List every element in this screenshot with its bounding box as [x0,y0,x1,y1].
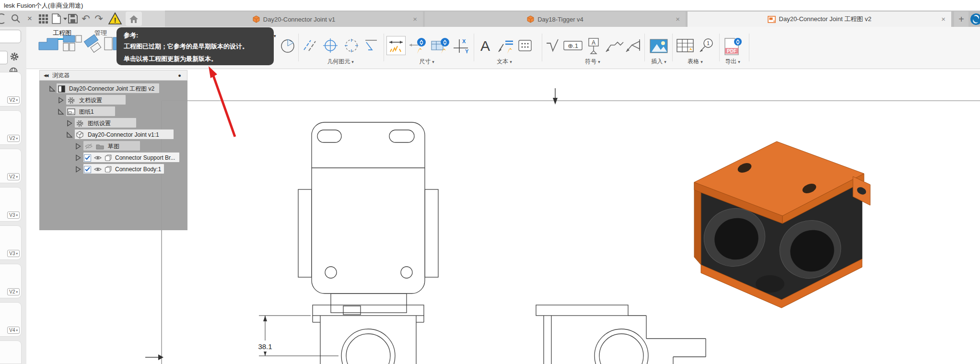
save-icon[interactable] [66,12,80,25]
flyout-caret-icon[interactable]: ▾ [274,34,276,38]
data-panel-search[interactable] [0,30,21,43]
group-label-text[interactable]: 文本▾ [497,58,512,66]
eye-icon[interactable] [94,155,102,161]
dimension-38-1[interactable]: 38.1 [254,316,338,356]
tree-row-body-support[interactable]: Connector Support Br... [75,153,175,163]
document-card[interactable]: V3▾ [0,225,22,260]
document-tab-1[interactable]: Day20-Connector Joint v1 × [165,12,423,27]
feature-control-frame-icon[interactable]: ⊕.1 [563,37,583,54]
collapse-icon[interactable]: ◀◀ [44,73,47,78]
group-label-tables[interactable]: 表格▾ [688,58,703,66]
tree-row-sketches[interactable]: 草图 [75,141,119,152]
projected-view-icon[interactable] [62,34,82,54]
tree-row-sheet1[interactable]: 图纸1 [58,106,94,117]
document-card[interactable]: V2▾ [0,72,22,106]
tree-row-drawing-doc[interactable]: Day20-Connector Joint 工程图 v2 [49,83,154,94]
center-mark-icon[interactable] [322,37,338,54]
iso-view[interactable] [694,141,870,308]
centerline-icon[interactable] [302,37,317,53]
base-view-icon[interactable] [37,34,59,54]
expander-closed-icon[interactable] [66,120,73,127]
panel-toggle-icon[interactable]: ● [178,72,181,78]
version-badge[interactable]: V4▾ [7,327,20,334]
document-card[interactable]: V3▾ [0,187,22,222]
document-card[interactable] [0,341,22,364]
tab-close-icon[interactable]: × [413,15,417,23]
version-badge[interactable]: V3▾ [7,250,20,257]
surface-finish-icon[interactable] [545,37,560,54]
dimension-tool-icon[interactable] [386,36,406,55]
tree-row-document-settings[interactable]: 文档设置 [58,95,102,106]
text-tool-icon[interactable]: A [478,37,493,55]
expander-closed-icon[interactable] [58,97,64,104]
group-label-export[interactable]: 导出▾ [725,58,740,66]
redo-icon[interactable]: ↷ [92,12,105,25]
edge-extension-icon[interactable] [363,37,380,54]
expander-closed-icon[interactable] [75,154,82,161]
version-badge[interactable]: V2▾ [7,288,20,295]
expander-closed-icon[interactable] [75,143,82,150]
edge-symbol-icon[interactable] [625,37,642,54]
dimension-table-icon[interactable] [431,37,450,55]
tab-close-icon[interactable]: × [941,15,945,23]
center-mark-pattern-icon[interactable] [343,37,360,54]
account-icon[interactable] [969,12,980,28]
note-icon[interactable] [517,37,533,54]
auxiliary-view-icon[interactable] [84,34,104,55]
group-label-dimension[interactable]: 尺寸▾ [419,58,434,66]
file-new-icon[interactable] [49,12,69,25]
update-warning-icon[interactable]: ! [108,12,122,25]
eye-hidden-icon[interactable] [84,143,93,150]
tree-row-sheet-settings[interactable]: 图纸设置 [66,118,111,129]
tooltip-line1: 工程图已过期；它参考的是早期版本的设计。 [124,43,274,50]
browser-header[interactable]: ◀◀ 浏览器 ● [39,70,187,81]
table-icon[interactable] [676,37,695,55]
document-card[interactable]: V2▾ [0,264,22,298]
weld-symbol-icon[interactable] [605,37,624,54]
search-icon[interactable] [9,12,23,25]
leader-text-icon[interactable] [497,37,515,55]
expander-open-icon[interactable] [58,108,64,115]
dimension-value[interactable]: 38.1 [258,342,272,351]
balloon-icon[interactable]: 1 [697,37,714,55]
expander-closed-icon[interactable] [75,166,82,173]
side-view[interactable] [536,305,706,364]
expander-open-icon[interactable] [49,85,56,92]
version-badge[interactable]: V2▾ [7,173,20,180]
tree-row-component[interactable]: Day20-Connector Joint v1:1 [66,129,159,140]
document-tab-2[interactable]: Day18-Tigger v4 × [425,12,686,27]
base-view[interactable] [298,122,438,313]
version-badge[interactable]: V2▾ [7,135,20,142]
ordinate-dimension-icon[interactable]: XY [453,37,470,55]
auto-dimension-icon[interactable] [408,37,427,55]
undo-icon[interactable]: ↶ [79,12,93,25]
visibility-checkbox[interactable] [84,154,91,162]
visibility-checkbox[interactable] [84,166,91,173]
group-label-symbols[interactable]: 符号▾ [585,58,600,66]
filter-button[interactable] [0,51,8,64]
home-button[interactable] [126,12,142,26]
insert-image-icon[interactable] [649,37,668,55]
svg-text:!: ! [114,16,117,24]
angle-tool-icon[interactable] [280,37,295,54]
version-badge[interactable]: V3▾ [7,211,20,219]
grid-apps-icon[interactable] [36,12,50,25]
document-tab-3-active[interactable]: Day20-Connector Joint 工程图 v2 × [688,12,951,27]
group-label-geometry[interactable]: 几何图元▾ [327,58,354,66]
partial-circle-icon[interactable] [0,12,7,25]
eye-icon[interactable] [94,166,102,172]
group-label-insert[interactable]: 插入▾ [651,58,666,66]
tree-row-body-main[interactable]: Connector Body:1 [75,164,161,175]
tab-close-icon[interactable]: × [676,15,680,23]
document-card[interactable]: V2▾ [0,149,22,183]
close-icon[interactable]: × [23,12,36,25]
new-tab-button[interactable]: + [954,12,968,27]
document-card[interactable]: V4▾ [0,302,22,337]
gear-icon[interactable] [10,52,19,63]
expander-open-icon[interactable] [66,131,73,138]
datum-identifier-icon[interactable]: A [586,37,601,55]
front-view[interactable] [313,305,424,364]
document-card[interactable]: V2▾ [0,110,22,145]
version-badge[interactable]: V2▾ [7,96,20,104]
export-pdf-icon[interactable]: PDF [723,37,743,56]
